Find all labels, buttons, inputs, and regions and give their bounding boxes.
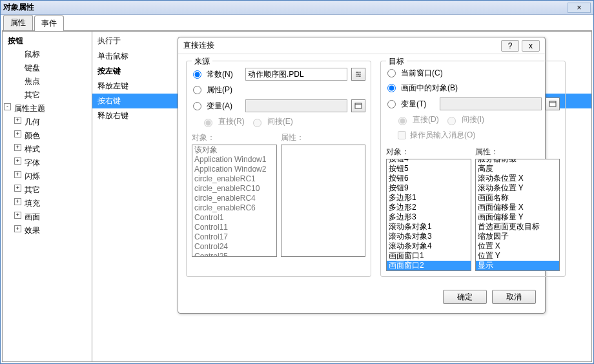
list-item[interactable]: Application Window1 xyxy=(192,155,276,165)
list-item[interactable]: circle_enableRC1 xyxy=(192,174,276,184)
source-property-label[interactable]: 属性(P) xyxy=(207,85,243,96)
list-item[interactable]: Control24 xyxy=(192,242,276,252)
expand-icon[interactable]: + xyxy=(14,225,21,232)
list-item[interactable]: 多边形3 xyxy=(387,212,471,222)
dialog-close-button[interactable]: x xyxy=(522,40,540,52)
ok-button[interactable]: 确定 xyxy=(443,290,487,304)
list-item[interactable]: 滚动条对象3 xyxy=(387,232,471,241)
titlebar: 对象属性 × xyxy=(1,1,593,15)
list-item[interactable]: 位置 X xyxy=(476,241,560,251)
tree-topic-children: +几何+颜色+样式+字体+闪烁+其它+填充+画面+效果 xyxy=(3,116,92,238)
help-button[interactable]: ? xyxy=(501,40,519,52)
list-item[interactable]: 按钮6 xyxy=(387,174,471,183)
source-variable-label[interactable]: 变量(A) xyxy=(207,101,243,112)
expand-icon[interactable]: + xyxy=(14,117,21,124)
tree-topic-item[interactable]: +颜色 xyxy=(3,129,92,143)
target-variable-label[interactable]: 变量(T) xyxy=(401,99,437,110)
list-item[interactable]: 滚动条位置 X xyxy=(476,174,560,183)
list-item[interactable]: 画面名称 xyxy=(476,193,560,203)
list-item[interactable]: Control17 xyxy=(192,232,276,242)
window-close-button[interactable]: × xyxy=(568,3,591,13)
tree-pane[interactable]: 按钮 鼠标 键盘 焦点 其它 - 属性主题 +几何+颜色+样式+字体+闪烁+其它… xyxy=(2,31,92,362)
list-item[interactable]: 该对象 xyxy=(192,145,276,155)
tree-root[interactable]: 按钮 xyxy=(3,34,92,48)
list-item[interactable]: 按钮9 xyxy=(387,183,471,193)
source-object-list[interactable]: 该对象Application Window1Application Window… xyxy=(192,145,277,257)
list-item[interactable]: 画面窗口1 xyxy=(387,251,471,261)
list-item[interactable]: Control11 xyxy=(192,223,276,232)
list-item[interactable]: 位置 Y xyxy=(476,251,560,261)
cancel-button[interactable]: 取消 xyxy=(492,290,536,304)
tree-item-focus[interactable]: 焦点 xyxy=(3,75,92,88)
list-item[interactable]: circle_enableRC4 xyxy=(192,194,276,203)
source-sub-radio-row: 直接(R) 间接(E) xyxy=(192,116,365,127)
list-item[interactable]: 首选画面更改目标 xyxy=(476,222,560,232)
tree-item-other[interactable]: 其它 xyxy=(3,88,92,102)
tab-events[interactable]: 事件 xyxy=(34,15,64,31)
list-item[interactable]: Control1 xyxy=(192,213,276,223)
tree-item-keyboard[interactable]: 键盘 xyxy=(3,61,92,75)
expand-icon[interactable]: + xyxy=(14,198,21,205)
list-item[interactable]: 显示 xyxy=(476,261,560,270)
tab-properties[interactable]: 属性 xyxy=(3,15,33,30)
list-item[interactable]: 滚动条对象4 xyxy=(387,241,471,251)
tree-topic-item[interactable]: +几何 xyxy=(3,116,92,129)
close-icon: x xyxy=(529,41,533,50)
tree-topic-item[interactable]: +其它 xyxy=(3,183,92,197)
expand-icon[interactable]: + xyxy=(14,171,21,178)
tree-topic-item[interactable]: +样式 xyxy=(3,143,92,156)
source-constant-radio[interactable] xyxy=(193,70,201,79)
list-item[interactable]: 按钮5 xyxy=(387,164,471,174)
target-current-window-radio[interactable] xyxy=(387,69,396,77)
tree-topic-item[interactable]: +字体 xyxy=(3,156,92,170)
target-object-radio[interactable] xyxy=(387,84,396,92)
source-constant-input[interactable] xyxy=(245,68,347,81)
expand-icon[interactable]: + xyxy=(14,157,21,165)
target-current-window-label[interactable]: 当前窗口(C) xyxy=(401,68,443,79)
source-property-radio[interactable] xyxy=(193,86,201,94)
target-indirect-radio xyxy=(447,117,456,125)
target-variable-browse-button[interactable] xyxy=(546,97,560,110)
expand-icon[interactable]: + xyxy=(14,185,21,192)
source-constant-label[interactable]: 常数(N) xyxy=(207,69,243,80)
list-item[interactable]: 按钮4 xyxy=(387,159,471,164)
target-variable-radio[interactable] xyxy=(387,100,396,108)
list-item[interactable]: circle_enableRC6 xyxy=(192,203,276,213)
file-icon xyxy=(549,100,557,108)
tree-item-mouse[interactable]: 鼠标 xyxy=(3,48,92,61)
list-item[interactable]: Control25 xyxy=(192,252,276,257)
tree-topic-item[interactable]: +填充 xyxy=(3,197,92,210)
list-item[interactable]: 滚动条对象1 xyxy=(387,222,471,232)
list-item[interactable]: 服务器前缀 xyxy=(476,159,560,164)
list-item[interactable]: 画面窗口2 xyxy=(387,261,471,270)
list-item[interactable]: circle_enableRC10 xyxy=(192,184,276,194)
source-property-list[interactable] xyxy=(281,145,366,257)
source-indirect-radio xyxy=(253,119,261,127)
list-item[interactable]: 多边形2 xyxy=(387,203,471,212)
expand-icon[interactable]: + xyxy=(14,212,21,219)
list-item[interactable]: 画面偏移量 Y xyxy=(476,212,560,222)
tab-row: 属性 事件 xyxy=(1,15,593,30)
expand-icon[interactable]: + xyxy=(14,130,21,137)
target-object-label[interactable]: 画面中的对象(B) xyxy=(401,83,458,94)
source-variable-browse-button[interactable] xyxy=(351,99,365,112)
tree-topic-item[interactable]: +闪烁 xyxy=(3,170,92,183)
expand-icon[interactable]: - xyxy=(4,103,11,110)
list-item[interactable]: 多边形1 xyxy=(387,193,471,203)
tree-topic-item[interactable]: +效果 xyxy=(3,224,92,238)
source-group: 来源 常数(N) 属性(P) xyxy=(186,61,371,277)
list-item[interactable]: 画面偏移量 X xyxy=(476,203,560,212)
list-item[interactable]: 高度 xyxy=(476,164,560,174)
list-item[interactable]: 缩放因子 xyxy=(476,232,560,241)
list-item[interactable]: 滚动条位置 Y xyxy=(476,183,560,193)
source-variable-radio[interactable] xyxy=(193,102,201,110)
tree-property-topic[interactable]: - 属性主题 xyxy=(3,102,92,116)
expand-icon[interactable]: + xyxy=(14,144,21,151)
source-property-row: 属性(P) xyxy=(192,85,365,96)
target-object-list[interactable]: txtRC_Name9按钮3按钮4按钮5按钮6按钮9多边形1多边形2多边形3滚动… xyxy=(386,159,471,271)
tree-topic-item[interactable]: +画面 xyxy=(3,210,92,224)
target-property-list[interactable]: 菜单/工具栏组态窗口宽度服务器前缀高度滚动条位置 X滚动条位置 Y画面名称画面偏… xyxy=(475,159,560,271)
list-item[interactable]: Application Window2 xyxy=(192,165,276,174)
source-constant-browse-button[interactable] xyxy=(351,68,365,81)
dialog-header[interactable]: 直接连接 ? x xyxy=(178,37,545,54)
